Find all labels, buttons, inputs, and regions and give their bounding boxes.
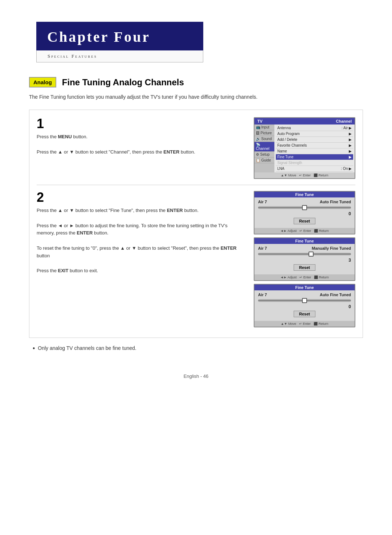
menu-footer: ▲▼ Move ↵ Enter ⬛ Return: [254, 172, 355, 178]
ft-value-2: 3: [258, 258, 351, 263]
ft-value-1: 0: [258, 211, 351, 216]
ft-footer-adjust-2: ◄► Adjust: [280, 275, 297, 279]
intro-text: The Fine Tuning function lets you manual…: [29, 93, 283, 101]
menu-item-guide: 📋 Guide: [254, 158, 274, 163]
ft-footer-enter-3: ↵ Enter: [299, 322, 311, 326]
step2-left: 2 Press the ▲ or ▼ button to select "Fin…: [37, 191, 246, 275]
fine-tune-header-1: Fine Tune: [254, 192, 355, 197]
menu-item-favorite: Favorite Channels▶: [276, 143, 353, 148]
menu-header-right: Channel: [336, 119, 352, 123]
step1-number: 1: [37, 117, 246, 130]
channel-menu-screen: TV Channel 📺 Input 🖼 Picture 🔊 Sound 📡 C…: [254, 117, 355, 179]
menu-item-signal: Signal Strength: [276, 160, 353, 166]
ft-value-3: 0: [258, 304, 351, 309]
step1-right: TV Channel 📺 Input 🖼 Picture 🔊 Sound 📡 C…: [254, 117, 355, 179]
section-title: Fine Tuning Analog Channels: [62, 77, 184, 87]
fine-tune-body-2: Air 7 Manually Fine Tuned 3 Reset: [254, 244, 355, 274]
fine-tune-header-3: Fine Tune: [254, 285, 355, 290]
reset-button-2: Reset: [294, 264, 315, 271]
chapter-block: Chapter Four Special Features: [36, 22, 203, 62]
slider-thumb-2: [309, 252, 314, 257]
fine-tune-screen-1: Fine Tune Air 7 Auto Fine Tuned 0 Reset: [254, 191, 355, 234]
step-divider: [37, 185, 355, 185]
analog-badge: Analog: [29, 77, 56, 87]
footer-enter: ↵ Enter: [299, 173, 311, 177]
step1-row: 1 Press the MENU button. Press the ▲ or …: [37, 117, 355, 179]
chapter-title-box: Chapter Four: [36, 22, 203, 50]
bullet-note: • Only analog TV channels can be fine tu…: [33, 345, 363, 352]
fine-tune-screen-3: Fine Tune Air 7 Auto Fine Tuned 0 Reset: [254, 284, 355, 327]
slider-2: [258, 253, 351, 256]
slider-track-2: [258, 253, 351, 255]
menu-header-left: TV: [257, 119, 262, 123]
chapter-title: Chapter Four: [47, 28, 192, 45]
ft-footer-move-3: ▲▼ Move: [281, 322, 296, 326]
step2-text: Press the ▲ or ▼ button to select "Fine …: [37, 207, 246, 275]
slider-3: [258, 299, 351, 302]
fine-tune-row1-1: Air 7 Auto Fine Tuned: [258, 200, 351, 204]
fine-tune-row1-2: Air 7 Manually Fine Tuned: [258, 246, 351, 250]
ft-footer-enter-1: ↵ Enter: [299, 229, 311, 233]
menu-item-input: 📺 Input: [254, 124, 274, 130]
menu-item-lna: LNA: On ▶: [276, 166, 353, 172]
fine-tune-footer-3: ▲▼ Move ↵ Enter ⬛ Return: [254, 321, 355, 327]
fine-tune-footer-1: ◄► Adjust ↵ Enter ⬛ Return: [254, 228, 355, 234]
step2-number: 2: [37, 191, 246, 204]
step1-text: Press the MENU button. Press the ▲ or ▼ …: [37, 133, 246, 156]
ft-label-3: Auto Fine Tuned: [320, 293, 351, 297]
slider-1: [258, 206, 351, 209]
ft-footer-return-2: ⬛ Return: [314, 275, 329, 279]
ft-footer-return-3: ⬛ Return: [314, 322, 328, 326]
menu-item-name: Name▶: [276, 148, 353, 154]
ft-label-2: Manually Fine Tuned: [312, 246, 351, 250]
menu-item-auto-program: Auto Program▶: [276, 131, 353, 137]
step2-row: 2 Press the ▲ or ▼ button to select "Fin…: [37, 191, 355, 330]
fine-tune-screen-2: Fine Tune Air 7 Manually Fine Tuned 3 Re…: [254, 237, 355, 281]
ft-footer-enter-2: ↵ Enter: [299, 275, 311, 279]
menu-left-col: 📺 Input 🖼 Picture 🔊 Sound 📡 Channel ⚙ Se…: [254, 124, 274, 172]
main-content: Analog Fine Tuning Analog Channels The F…: [29, 77, 363, 352]
fine-tune-body-1: Air 7 Auto Fine Tuned 0 Reset: [254, 197, 355, 228]
footer-move: ▲▼ Move: [281, 173, 296, 177]
menu-sidebar: 📺 Input 🖼 Picture 🔊 Sound 📡 Channel ⚙ Se…: [254, 124, 355, 172]
menu-item-fine-tune: Fine Tune▶: [276, 154, 353, 160]
page-number: English - 46: [0, 373, 392, 379]
ft-footer-return-1: ⬛ Return: [314, 229, 329, 233]
step-container: 1 Press the MENU button. Press the ▲ or …: [29, 110, 363, 338]
bullet-text: Only analog TV channels can be fine tune…: [38, 345, 136, 352]
step1-left: 1 Press the MENU button. Press the ▲ or …: [37, 117, 246, 156]
fine-tune-body-3: Air 7 Auto Fine Tuned 0 Reset: [254, 290, 355, 321]
fine-tune-row1-3: Air 7 Auto Fine Tuned: [258, 293, 351, 297]
fine-tune-header-2: Fine Tune: [254, 238, 355, 244]
menu-right-col: Antenna: Air ▶ Auto Program▶ Add / Delet…: [274, 124, 355, 172]
reset-button-3: Reset: [294, 311, 315, 317]
menu-item-antenna: Antenna: Air ▶: [276, 125, 353, 131]
fine-tune-footer-2: ◄► Adjust ↵ Enter ⬛ Return: [254, 274, 355, 280]
chapter-subtitle: Special Features: [48, 53, 192, 59]
menu-item-channel: 📡 Channel: [254, 142, 274, 152]
ft-footer-adjust-1: ◄► Adjust: [280, 229, 297, 233]
ft-channel-3: Air 7: [258, 293, 267, 297]
slider-thumb-3: [302, 298, 307, 303]
menu-item-picture: 🖼 Picture: [254, 130, 274, 136]
menu-item-sound: 🔊 Sound: [254, 136, 274, 142]
menu-item-setup: ⚙ Setup: [254, 152, 274, 158]
step2-right: Fine Tune Air 7 Auto Fine Tuned 0 Reset: [254, 191, 355, 330]
slider-thumb-1: [302, 205, 307, 210]
reset-button-1: Reset: [294, 218, 315, 224]
footer-return: ⬛ Return: [314, 173, 328, 177]
menu-item-add-delete: Add / Delete▶: [276, 137, 353, 143]
chapter-subtitle-box: Special Features: [36, 50, 203, 62]
ft-channel-2: Air 7: [258, 246, 267, 250]
ft-channel-1: Air 7: [258, 200, 267, 204]
bullet-dot: •: [33, 345, 35, 352]
section-heading: Analog Fine Tuning Analog Channels: [29, 77, 363, 87]
ft-label-1: Auto Fine Tuned: [320, 200, 351, 204]
channel-menu-header: TV Channel: [254, 118, 355, 124]
